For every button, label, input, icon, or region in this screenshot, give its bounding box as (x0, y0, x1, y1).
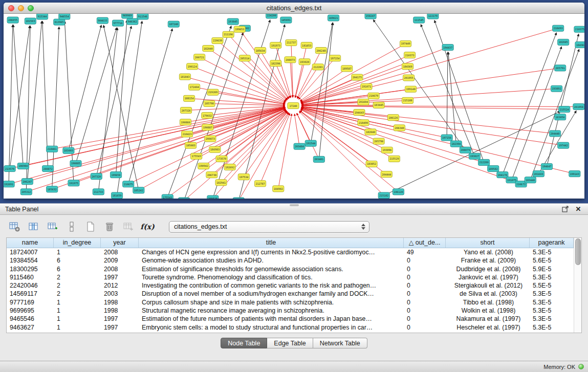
svg-text:189582: 189582 (489, 167, 498, 170)
cell-year: 2003 (101, 290, 139, 298)
svg-text:215524: 215524 (560, 108, 569, 111)
svg-text:218461: 218461 (48, 147, 57, 150)
table-row[interactable]: 946362711997Embryonic stem cells: a mode… (7, 323, 574, 332)
function-builder-icon[interactable]: f(x) (141, 221, 154, 233)
svg-text:184362: 184362 (576, 43, 584, 47)
cell-title: Disruption of a novel member of a sodium… (139, 290, 404, 298)
cell-year: 1997 (101, 315, 139, 323)
citation-network-graph[interactable]: 1724020605518150391534481396594655490463… (4, 14, 584, 199)
window-title: citations_edges.txt (4, 4, 584, 12)
table-row[interactable]: 1830029562008Estimation of significance … (7, 265, 574, 273)
cell-title: Estimation of the future numbers of pati… (139, 315, 404, 323)
show-columns-icon[interactable] (27, 221, 40, 233)
cell-name: 19384554 (7, 256, 54, 265)
svg-text:190887: 190887 (203, 126, 212, 129)
window-titlebar[interactable]: citations_edges.txt (4, 3, 584, 14)
column-header-out_degree[interactable]: △ out_de... (404, 238, 446, 248)
cell-out_degree: 0 (404, 256, 446, 265)
cell-short: de Silva et al. (2003) (446, 290, 530, 298)
cell-year: 2009 (101, 256, 139, 265)
svg-text:186984: 186984 (18, 164, 28, 167)
column-header-title[interactable]: title (139, 238, 404, 248)
svg-text:193020: 193020 (300, 60, 309, 63)
table-row[interactable]: 977716911998Corpus callosum shape and si… (7, 298, 574, 307)
svg-text:190124: 190124 (188, 65, 197, 68)
tab-node-table[interactable]: Node Table (221, 338, 267, 348)
column-header-short[interactable]: short (446, 238, 530, 248)
cell-short: Tibbo et al. (1998) (446, 298, 530, 307)
svg-text:200721: 200721 (195, 56, 204, 59)
scrollbar-thumb[interactable] (575, 238, 581, 265)
svg-text:213579: 213579 (5, 167, 14, 170)
svg-text:185083: 185083 (186, 144, 195, 147)
zoom-window-button[interactable] (28, 5, 34, 11)
cell-title: Embryonic stem cells: a model to study s… (139, 323, 404, 332)
svg-text:111545: 111545 (415, 18, 424, 21)
svg-text:199148: 199148 (406, 87, 416, 91)
svg-text:946362: 946362 (128, 20, 137, 23)
svg-text:191075: 191075 (507, 179, 516, 182)
cell-name: 14569117 (7, 290, 54, 298)
table-row[interactable]: 946554611997Estimation of the future num… (7, 315, 574, 323)
svg-text:210423: 210423 (182, 133, 191, 136)
network-view-canvas[interactable]: 1724020605518150391534481396594655490463… (4, 14, 584, 199)
delete-table-icon[interactable] (103, 221, 116, 233)
cell-in_degree: 6 (54, 265, 101, 273)
svg-text:189587: 189587 (342, 67, 352, 70)
tab-edge-table[interactable]: Edge Table (267, 338, 313, 348)
column-header-year[interactable]: year (101, 238, 139, 248)
table-row[interactable]: 1456911722003Disruption of a novel membe… (7, 290, 574, 298)
svg-text:207320: 207320 (92, 175, 101, 178)
import-table-icon[interactable] (122, 221, 135, 233)
cell-in_degree: 1 (54, 298, 101, 307)
table-row[interactable]: 2242004622012Investigating the contribut… (7, 281, 574, 290)
svg-text:210375: 210375 (575, 28, 584, 31)
close-window-button[interactable] (8, 5, 14, 11)
svg-text:215182: 215182 (379, 194, 388, 197)
svg-text:194647: 194647 (542, 165, 551, 168)
column-header-in_degree[interactable]: in_degree (54, 238, 101, 248)
delete-columns-icon[interactable] (65, 221, 78, 233)
table-row[interactable]: 969969511998Structural magnetic resonanc… (7, 307, 574, 315)
svg-text:191975: 191975 (69, 182, 78, 185)
cell-in_degree: 1 (54, 323, 101, 332)
new-table-icon[interactable] (84, 221, 97, 233)
svg-text:193027: 193027 (470, 155, 479, 158)
svg-text:904633: 904633 (98, 19, 107, 22)
table-row[interactable]: 911546021997Tourette syndrome. Phenomeno… (7, 273, 574, 281)
table-selector-dropdown[interactable]: citations_edges.txt (169, 221, 369, 233)
cell-out_degree: 0 (404, 265, 446, 273)
column-header-name[interactable]: name (7, 238, 54, 248)
cell-year: 1997 (101, 273, 139, 281)
column-header-pagerank[interactable]: pagerank (530, 238, 574, 248)
cell-name: 9465546 (7, 315, 54, 323)
create-column-icon[interactable] (46, 221, 59, 233)
cell-short: Jankovic et al. (1997) (446, 273, 530, 281)
cell-short: Hescheler et al. (1997) (446, 323, 530, 332)
table-row[interactable]: 1938455462009Genome-wide association stu… (7, 256, 574, 265)
svg-text:210373: 210373 (405, 54, 415, 57)
cell-in_degree: 1 (54, 307, 101, 315)
svg-text:191544: 191544 (306, 142, 315, 145)
memory-status-label: Memory: OK (543, 364, 575, 370)
splitter-grip[interactable] (290, 204, 299, 206)
svg-text:145691: 145691 (281, 18, 291, 21)
table-scrollbar[interactable] (574, 238, 581, 333)
cell-name: 18300295 (7, 265, 54, 273)
svg-text:207326: 207326 (181, 109, 190, 112)
svg-text:197156: 197156 (442, 136, 451, 139)
svg-text:186983: 186983 (210, 148, 220, 151)
table-mode-icon[interactable] (8, 221, 21, 233)
cell-pagerank: 5.3E-5 (530, 273, 574, 281)
svg-text:211196: 211196 (224, 33, 233, 36)
tab-network-table[interactable]: Network Table (313, 338, 367, 348)
svg-text:206348: 206348 (395, 126, 404, 129)
cell-out_degree: 0 (404, 273, 446, 281)
float-panel-icon[interactable] (560, 205, 570, 213)
cell-year: 2012 (101, 281, 139, 290)
minimize-window-button[interactable] (18, 5, 24, 11)
cell-pagerank: 5.3E-5 (530, 248, 574, 256)
table-body: 1872400712008Changes of HCN gene express… (7, 248, 574, 333)
close-panel-icon[interactable]: ✕ (574, 205, 583, 213)
table-row[interactable]: 1872400712008Changes of HCN gene express… (7, 248, 574, 256)
